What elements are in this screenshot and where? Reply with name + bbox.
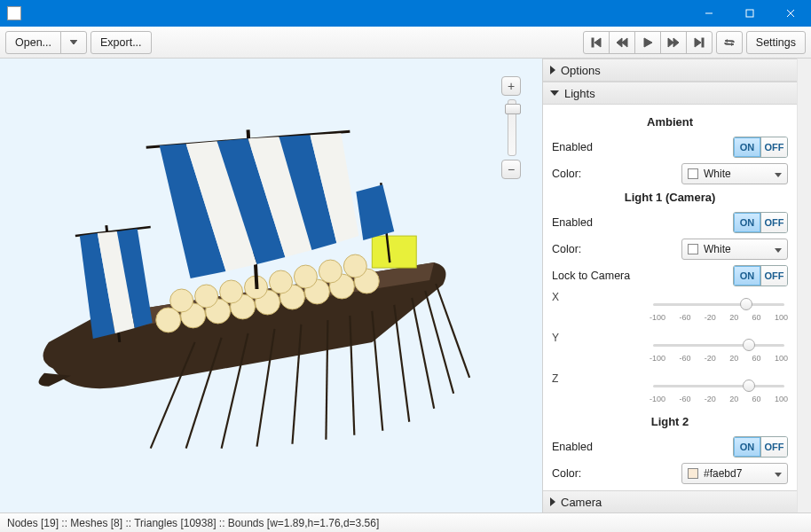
ambient-enabled-toggle[interactable]: ON OFF — [733, 137, 788, 158]
camera-label: Camera — [561, 496, 602, 509]
light1-z-slider[interactable] — [650, 379, 788, 393]
toggle-off[interactable]: OFF — [760, 437, 787, 457]
zoom-control: + − — [501, 76, 523, 179]
title-bar — [0, 0, 811, 27]
light1-color-select[interactable]: White — [681, 239, 788, 260]
light1-lock-label: Lock to Camera — [552, 270, 733, 282]
zoom-slider[interactable] — [508, 99, 516, 156]
options-section-header[interactable]: Options — [543, 59, 797, 82]
playback-controls — [583, 31, 713, 54]
color-name: White — [704, 168, 731, 180]
color-swatch — [688, 468, 698, 479]
svg-rect-1 — [746, 10, 753, 17]
loop-button[interactable] — [716, 31, 743, 54]
ambient-title: Ambient — [552, 112, 788, 134]
light1-color-label: Color: — [552, 243, 681, 255]
light2-enabled-toggle[interactable]: ON OFF — [733, 436, 788, 458]
light1-y-slider[interactable] — [650, 338, 788, 352]
toggle-on[interactable]: ON — [734, 213, 760, 232]
toggle-on[interactable]: ON — [734, 266, 760, 286]
light1-y-label: Y — [552, 330, 650, 344]
chevron-down-icon — [775, 467, 782, 480]
zoom-out-button[interactable]: − — [501, 160, 521, 179]
svg-marker-11 — [673, 38, 679, 47]
window-controls — [689, 0, 811, 27]
svg-point-44 — [319, 260, 342, 283]
status-text: Nodes [19] :: Meshes [8] :: Triangles [1… — [7, 517, 379, 529]
svg-marker-9 — [644, 38, 652, 47]
fast-forward-button[interactable] — [660, 31, 687, 54]
chevron-down-icon — [775, 168, 782, 180]
svg-marker-14 — [725, 39, 728, 43]
status-bar: Nodes [19] :: Meshes [8] :: Triangles [1… — [0, 512, 811, 532]
svg-point-39 — [195, 285, 218, 308]
ambient-color-label: Color: — [552, 168, 681, 180]
app-icon — [7, 6, 21, 20]
svg-line-27 — [425, 291, 453, 394]
color-name: #faebd7 — [704, 467, 742, 480]
toolbar: Open... Export... Settings — [0, 27, 811, 59]
chevron-down-icon — [775, 243, 782, 255]
skip-end-button[interactable] — [686, 31, 713, 54]
rewind-button[interactable] — [609, 31, 635, 54]
svg-point-45 — [343, 254, 366, 278]
light1-enabled-label: Enabled — [552, 216, 733, 229]
lights-panel: Ambient Enabled ON OFF Color: White — [543, 105, 797, 490]
color-swatch — [688, 168, 698, 179]
skip-start-button[interactable] — [583, 31, 610, 54]
zoom-thumb[interactable] — [505, 104, 521, 114]
svg-point-43 — [294, 265, 317, 288]
ambient-color-select[interactable]: White — [681, 163, 788, 184]
play-button[interactable] — [634, 31, 661, 54]
toggle-off[interactable]: OFF — [760, 137, 787, 157]
svg-point-40 — [220, 280, 243, 303]
svg-marker-10 — [668, 38, 673, 47]
lights-section-header[interactable]: Lights — [543, 82, 797, 105]
svg-point-38 — [170, 289, 193, 312]
inspector-panel: Options Lights Ambient Enabled ON OFF Co… — [543, 59, 811, 512]
close-button[interactable] — [770, 0, 811, 27]
chevron-right-icon — [550, 497, 555, 506]
scrollbar[interactable] — [797, 59, 811, 512]
camera-section-header[interactable]: Camera — [543, 490, 797, 512]
light2-color-select[interactable]: #faebd7 — [681, 463, 788, 484]
svg-marker-53 — [775, 473, 782, 477]
export-button[interactable]: Export... — [91, 31, 152, 54]
toggle-on[interactable]: ON — [734, 437, 760, 457]
options-label: Options — [561, 64, 601, 77]
svg-marker-6 — [594, 38, 601, 47]
svg-marker-52 — [775, 248, 782, 253]
light1-x-slider[interactable] — [650, 297, 788, 311]
svg-marker-51 — [775, 173, 782, 177]
settings-button[interactable]: Settings — [746, 31, 806, 54]
toggle-off[interactable]: OFF — [760, 266, 787, 286]
open-button[interactable]: Open... — [5, 31, 61, 54]
toggle-on[interactable]: ON — [734, 137, 760, 157]
ambient-enabled-label: Enabled — [552, 141, 733, 153]
light1-lock-toggle[interactable]: ON OFF — [733, 265, 788, 286]
svg-marker-12 — [695, 38, 701, 47]
slider-ticks: -100-60-202060100 — [650, 352, 788, 363]
zoom-in-button[interactable]: + — [501, 76, 521, 96]
chevron-right-icon — [550, 66, 555, 74]
svg-rect-5 — [592, 38, 594, 47]
slider-ticks: -100-60-202060100 — [650, 311, 788, 322]
minimize-button[interactable] — [689, 0, 729, 27]
model-render — [0, 59, 542, 512]
svg-marker-8 — [622, 38, 627, 47]
slider-ticks: -100-60-202060100 — [650, 393, 788, 403]
svg-rect-13 — [702, 38, 704, 47]
viewport-3d[interactable]: + − — [0, 59, 543, 512]
lights-label: Lights — [564, 87, 595, 100]
svg-marker-4 — [70, 40, 77, 44]
open-dropdown-button[interactable] — [60, 31, 87, 54]
toggle-off[interactable]: OFF — [760, 213, 787, 232]
svg-point-42 — [270, 270, 293, 293]
light1-enabled-toggle[interactable]: ON OFF — [733, 212, 788, 233]
color-name: White — [704, 243, 731, 255]
color-swatch — [688, 244, 698, 254]
light1-title: Light 1 (Camera) — [552, 187, 788, 209]
maximize-button[interactable] — [729, 0, 770, 27]
light2-title: Light 2 — [552, 411, 788, 434]
svg-line-28 — [436, 284, 469, 378]
